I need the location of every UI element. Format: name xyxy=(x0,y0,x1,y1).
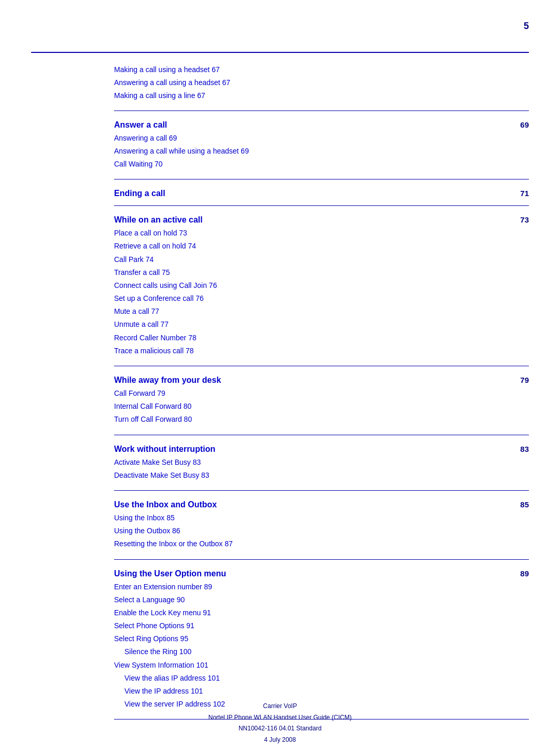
section-item-user-option-menu-0: Enter an Extension number 89 xyxy=(114,580,529,593)
section-item-use-inbox-outbox-1: Using the Outbox 86 xyxy=(114,524,529,537)
section-header-use-inbox-outbox: Use the Inbox and Outbox85 xyxy=(114,496,529,511)
section-answer-a-call: Answer a call69Answering a call 69Answer… xyxy=(114,116,529,174)
content-area: Making a call using a headset 67 Answeri… xyxy=(31,63,529,720)
section-separator-work-without-interruption xyxy=(114,435,529,435)
section-page-while-on-active-call: 73 xyxy=(508,215,529,224)
section-item-use-inbox-outbox-0: Using the Inbox 85 xyxy=(114,511,529,524)
section-title-answer-a-call: Answer a call xyxy=(114,120,167,130)
section-header-answer-a-call: Answer a call69 xyxy=(114,116,529,132)
section-separator-ending-a-call xyxy=(114,179,529,179)
section-page-work-without-interruption: 83 xyxy=(508,445,529,453)
section-item-while-away-from-desk-1: Internal Call Forward 80 xyxy=(114,400,529,413)
section-title-user-option-menu: Using the User Option menu xyxy=(114,569,226,578)
section-item-use-inbox-outbox-2: Resetting the Inbox or the Outbox 87 xyxy=(114,537,529,550)
section-item-while-on-active-call-8: Record Caller Number 78 xyxy=(114,331,529,344)
section-title-ending-a-call: Ending a call xyxy=(114,189,165,198)
section-header-user-option-menu: Using the User Option menu89 xyxy=(114,565,529,580)
section-while-away-from-desk: While away from your desk79Call Forward … xyxy=(114,371,529,430)
section-items-answer-a-call: Answering a call 69Answering a call whil… xyxy=(114,132,529,174)
page-number: 5 xyxy=(524,21,529,32)
section-item-while-on-active-call-0: Place a call on hold 73 xyxy=(114,227,529,240)
section-separator-while-away-from-desk xyxy=(114,366,529,366)
intro-items: Making a call using a headset 67 Answeri… xyxy=(114,63,529,103)
section-ending-a-call: Ending a call71 xyxy=(114,185,529,200)
section-item-work-without-interruption-1: Deactivate Make Set Busy 83 xyxy=(114,469,529,482)
section-item-user-option-menu-1: Select a Language 90 xyxy=(114,593,529,606)
footer: Carrier VoIP Nortel IP Phone WLAN Handse… xyxy=(0,701,560,745)
section-item-while-away-from-desk-2: Turn off Call Forward 80 xyxy=(114,413,529,426)
section-page-use-inbox-outbox: 85 xyxy=(508,500,529,509)
section-item-user-option-menu-2: Enable the Lock Key menu 91 xyxy=(114,606,529,619)
section-work-without-interruption: Work without interruption83Activate Make… xyxy=(114,440,529,485)
section-item-user-option-menu-7: View the alias IP address 101 xyxy=(114,672,529,685)
section-items-user-option-menu: Enter an Extension number 89Select a Lan… xyxy=(114,580,529,714)
section-while-on-active-call: While on an active call73Place a call on… xyxy=(114,211,529,361)
footer-text: Carrier VoIP Nortel IP Phone WLAN Handse… xyxy=(0,701,560,745)
section-items-work-without-interruption: Activate Make Set Busy 83Deactivate Make… xyxy=(114,456,529,485)
section-page-while-away-from-desk: 79 xyxy=(508,376,529,384)
section-item-while-on-active-call-2: Call Park 74 xyxy=(114,253,529,266)
intro-item-2: Answering a call using a headset 67 xyxy=(114,76,529,89)
section-title-while-on-active-call: While on an active call xyxy=(114,215,203,225)
section-item-while-away-from-desk-0: Call Forward 79 xyxy=(114,387,529,400)
section-page-answer-a-call: 69 xyxy=(508,120,529,129)
section-use-inbox-outbox: Use the Inbox and Outbox85Using the Inbo… xyxy=(114,496,529,554)
section-separator-use-inbox-outbox xyxy=(114,490,529,491)
section-header-work-without-interruption: Work without interruption83 xyxy=(114,440,529,456)
section-user-option-menu: Using the User Option menu89Enter an Ext… xyxy=(114,565,529,714)
section-separator-user-option-menu xyxy=(114,559,529,560)
section-page-user-option-menu: 89 xyxy=(508,569,529,578)
page-container: 5 Making a call using a headset 67 Answe… xyxy=(0,0,560,747)
section-item-work-without-interruption-0: Activate Make Set Busy 83 xyxy=(114,456,529,469)
top-separator xyxy=(31,52,529,53)
section-item-while-on-active-call-3: Transfer a call 75 xyxy=(114,266,529,279)
section-item-answer-a-call-2: Call Waiting 70 xyxy=(114,158,529,171)
section-item-while-on-active-call-5: Set up a Conference call 76 xyxy=(114,292,529,305)
sections-container: Answer a call69Answering a call 69Answer… xyxy=(114,110,529,720)
section-header-while-away-from-desk: While away from your desk79 xyxy=(114,371,529,387)
section-title-use-inbox-outbox: Use the Inbox and Outbox xyxy=(114,500,217,509)
section-item-while-on-active-call-9: Trace a malicious call 78 xyxy=(114,344,529,357)
section-separator-answer-a-call xyxy=(114,110,529,111)
section-item-while-on-active-call-7: Unmute a call 77 xyxy=(114,318,529,331)
section-item-while-on-active-call-1: Retrieve a call on hold 74 xyxy=(114,240,529,253)
section-header-ending-a-call: Ending a call71 xyxy=(114,185,529,200)
section-item-user-option-menu-5: Silence the Ring 100 xyxy=(114,645,529,658)
section-item-user-option-menu-4: Select Ring Options 95 xyxy=(114,632,529,645)
section-title-while-away-from-desk: While away from your desk xyxy=(114,376,221,385)
intro-item-3: Making a call using a line 67 xyxy=(114,89,529,102)
section-separator-while-on-active-call xyxy=(114,205,529,206)
section-item-user-option-menu-8: View the IP address 101 xyxy=(114,685,529,698)
section-item-user-option-menu-6: View System Information 101 xyxy=(114,659,529,672)
section-header-while-on-active-call: While on an active call73 xyxy=(114,211,529,227)
section-items-while-on-active-call: Place a call on hold 73Retrieve a call o… xyxy=(114,227,529,361)
section-item-user-option-menu-3: Select Phone Options 91 xyxy=(114,619,529,632)
section-item-while-on-active-call-4: Connect calls using Call Join 76 xyxy=(114,279,529,292)
section-items-use-inbox-outbox: Using the Inbox 85Using the Outbox 86Res… xyxy=(114,511,529,554)
section-item-answer-a-call-1: Answering a call while using a headset 6… xyxy=(114,145,529,158)
section-item-answer-a-call-0: Answering a call 69 xyxy=(114,132,529,145)
intro-item-1: Making a call using a headset 67 xyxy=(114,63,529,76)
section-items-while-away-from-desk: Call Forward 79Internal Call Forward 80T… xyxy=(114,387,529,430)
section-page-ending-a-call: 71 xyxy=(508,189,529,198)
section-item-while-on-active-call-6: Mute a call 77 xyxy=(114,305,529,318)
section-title-work-without-interruption: Work without interruption xyxy=(114,445,215,454)
